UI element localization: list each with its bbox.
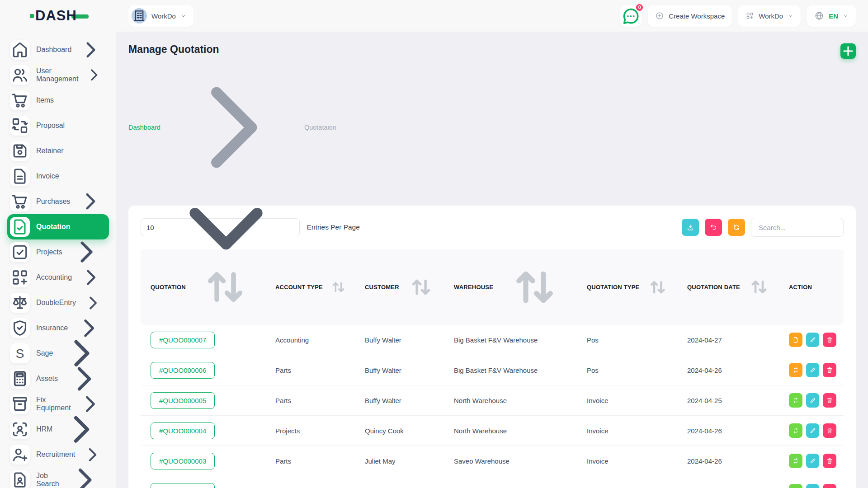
person-plus-icon: [10, 445, 30, 465]
convert-button[interactable]: [789, 484, 802, 488]
cell-quotation: #QUOO000005: [141, 385, 268, 416]
person-scan-icon: [10, 419, 30, 439]
quotation-number-badge: #QUOO000006: [151, 362, 215, 379]
cell-account-type: Parts: [268, 385, 358, 416]
sidebar-item-hrm[interactable]: HRM: [7, 417, 109, 442]
dash-logo[interactable]: DASH: [30, 8, 89, 24]
messages-button[interactable]: 0: [620, 5, 642, 27]
workdo-menu-button[interactable]: WorkDo: [738, 5, 801, 27]
building-icon: [132, 8, 147, 23]
sort-icon: [189, 251, 261, 323]
create-quotation-button[interactable]: [840, 43, 856, 59]
convert-button[interactable]: [789, 393, 802, 408]
sidebar-item-projects[interactable]: Projects: [7, 239, 109, 265]
delete-button[interactable]: [823, 454, 836, 468]
delete-button[interactable]: [823, 363, 836, 377]
sidebar-item-label: HRM: [36, 425, 52, 433]
refresh-button[interactable]: [728, 219, 745, 236]
sort-icon: [643, 272, 673, 302]
table-row: #QUOO000002AccountingWhitney BarrettNort…: [141, 476, 844, 488]
column-header-quotation-date[interactable]: QUOTATION DATE: [680, 249, 782, 325]
cell-actions: [782, 416, 844, 446]
workspace-selector[interactable]: WorkDo: [128, 5, 193, 27]
topbar: DASH WorkDo 0 Create Workspace WorkDo: [0, 0, 868, 32]
edit-button[interactable]: [806, 454, 820, 468]
cell-customer: Buffy Walter: [358, 325, 447, 355]
messages-badge: 0: [635, 3, 644, 12]
cart-icon: [10, 192, 30, 211]
search-input[interactable]: [751, 218, 844, 237]
convert-button[interactable]: [789, 363, 802, 377]
file-user-icon: [10, 470, 30, 488]
sidebar-item-label: User Management: [36, 67, 78, 83]
download-icon: [686, 223, 694, 231]
sidebar-item-label: Assets: [36, 375, 58, 383]
sidebar-item-job-search[interactable]: Job Search: [7, 467, 109, 488]
quotation-number-badge: #QUOO000003: [151, 453, 215, 469]
delete-button[interactable]: [823, 423, 836, 438]
sidebar-item-purchases[interactable]: Purchases: [7, 189, 109, 214]
column-header-customer[interactable]: CUSTOMER: [358, 249, 447, 325]
create-workspace-button[interactable]: Create Workspace: [648, 5, 732, 27]
convert-button[interactable]: [789, 454, 802, 468]
checkbox-icon: [10, 242, 30, 262]
sidebar-item-label: Sage: [36, 349, 53, 357]
export-button[interactable]: [682, 219, 699, 236]
page-title: Manage Quotation: [128, 43, 336, 56]
cell-quotation-type: Pos: [580, 325, 680, 355]
sidebar-item-items[interactable]: Items: [7, 88, 109, 113]
language-selector[interactable]: EN: [807, 5, 856, 27]
repeat-icon: [792, 397, 799, 404]
trash-icon: [826, 336, 833, 343]
sidebar-item-invoice[interactable]: Invoice: [7, 164, 109, 189]
quotation-number-badge: #QUOO000005: [151, 392, 215, 409]
sidebar-item-dashboard[interactable]: Dashboard: [7, 37, 109, 62]
undo-button[interactable]: [705, 219, 722, 236]
breadcrumb-dashboard-link[interactable]: Dashboard: [128, 124, 160, 131]
cell-quotation-date: 2024-04-25: [680, 476, 782, 488]
chevron-right-icon: [85, 66, 104, 84]
workspace-name: WorkDo: [151, 12, 176, 20]
view-button[interactable]: [789, 333, 802, 347]
sort-icon: [403, 269, 439, 305]
pencil-icon: [809, 336, 816, 343]
delete-button[interactable]: [823, 393, 836, 408]
sidebar-item-label: Proposal: [36, 122, 65, 130]
entries-per-page-select[interactable]: 10: [141, 218, 300, 236]
main-content: Manage Quotation Dashboard Quotataion 10…: [116, 32, 868, 488]
create-workspace-label: Create Workspace: [669, 12, 725, 20]
edit-button[interactable]: [806, 363, 820, 377]
table-row: #QUOO000003PartsJuliet MaySaveo Warehous…: [141, 446, 844, 476]
sidebar-item-user-management[interactable]: User Management: [7, 62, 109, 88]
cell-quotation: #QUOO000003: [141, 446, 268, 476]
plus-icon: [840, 43, 856, 59]
quotation-number-badge: #QUOO000004: [151, 422, 215, 439]
sidebar-item-assets[interactable]: Assets: [7, 366, 109, 391]
sidebar-item-retainer[interactable]: Retainer: [7, 138, 109, 164]
sidebar-item-accounting[interactable]: Accounting: [7, 265, 109, 290]
entries-value: 10: [146, 224, 154, 231]
edit-button[interactable]: [806, 393, 820, 408]
edit-button[interactable]: [806, 423, 820, 438]
cell-warehouse: North Warehouse: [447, 385, 580, 416]
entries-per-page-label: Entries Per Page: [307, 223, 360, 231]
convert-button[interactable]: [789, 423, 802, 438]
quotation-number-badge: #QUOO000007: [151, 332, 215, 348]
column-label: QUOTATION DATE: [687, 284, 740, 291]
globe-icon: [814, 11, 824, 21]
edit-button[interactable]: [806, 333, 820, 347]
edit-button[interactable]: [806, 484, 820, 488]
cell-quotation-type: Invoice: [580, 446, 680, 476]
delete-button[interactable]: [823, 484, 836, 488]
cell-warehouse: North Warehouse: [447, 476, 580, 488]
workdo-menu-label: WorkDo: [759, 12, 783, 20]
table-toolbar: 10 Entries Per Page: [141, 218, 844, 237]
cell-quotation: #QUOO000002: [141, 476, 268, 488]
sidebar-item-proposal[interactable]: Proposal: [7, 113, 109, 138]
column-header-warehouse[interactable]: WAREHOUSE: [447, 249, 580, 325]
sidebar-item-doubleentry[interactable]: DoubleEntry: [7, 290, 109, 315]
delete-button[interactable]: [823, 333, 836, 347]
cell-account-type: Parts: [268, 446, 358, 476]
column-header-quotation-type[interactable]: QUOTATION TYPE: [580, 249, 680, 325]
quotation-number-badge: #QUOO000002: [151, 483, 215, 488]
